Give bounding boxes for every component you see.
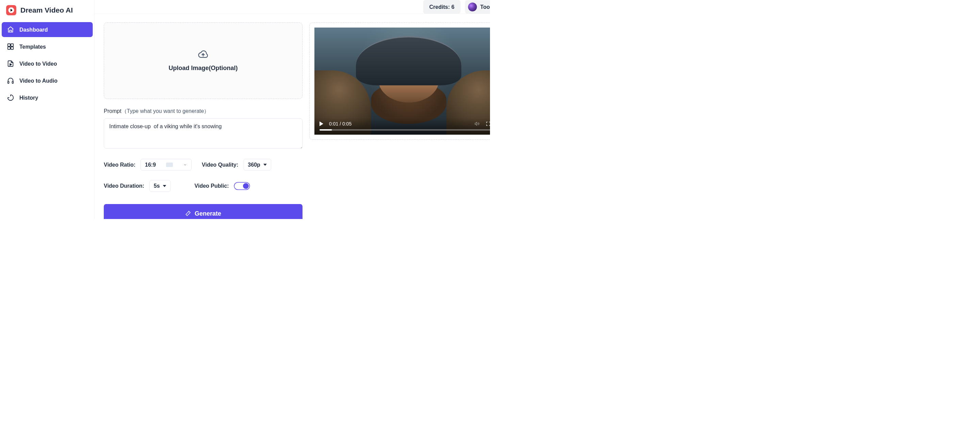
sidebar-item-label: Video to Video (19, 60, 57, 67)
video-file-icon (7, 60, 14, 67)
video-duration-control: Video Duration: 5s (104, 180, 171, 192)
video-player[interactable]: 0:01 / 0:05 (314, 27, 490, 135)
avatar (468, 2, 477, 11)
svg-rect-0 (8, 44, 10, 46)
topbar: Credits: 6 Tool V (95, 0, 490, 14)
public-toggle[interactable] (234, 182, 250, 190)
sidebar: Dream Video AI Dashboard Templates Video… (0, 0, 95, 219)
svg-rect-1 (11, 44, 13, 46)
generate-label: Generate (195, 210, 221, 217)
video-controls: 0:01 / 0:05 (314, 118, 490, 135)
home-icon (7, 26, 14, 33)
ratio-select[interactable]: 16:9 (140, 159, 192, 171)
sidebar-item-history[interactable]: History (2, 90, 93, 105)
svg-rect-2 (8, 47, 10, 49)
cloud-upload-icon (197, 50, 209, 60)
sidebar-item-video-to-audio[interactable]: Video to Audio (2, 73, 93, 88)
svg-rect-4 (8, 81, 9, 83)
headphones-icon (7, 77, 14, 84)
caret-down-icon (163, 185, 166, 187)
quality-label: Video Quality: (202, 162, 238, 168)
app-logo: Dream Video AI (2, 5, 93, 22)
video-quality-control: Video Quality: 360p (202, 159, 271, 171)
video-progress-fill (320, 129, 332, 130)
user-menu[interactable]: Tool V (465, 0, 490, 14)
content: Upload Image(Optional) Prompt（Type what … (95, 14, 490, 219)
generation-form: Upload Image(Optional) Prompt（Type what … (104, 22, 302, 219)
ratio-swatch-icon (166, 163, 173, 167)
upload-label: Upload Image(Optional) (169, 65, 237, 72)
sidebar-item-label: History (19, 95, 38, 101)
upload-dropzone[interactable]: Upload Image(Optional) (104, 22, 302, 99)
credits-badge: Credits: 6 (423, 0, 461, 14)
sidebar-item-label: Video to Audio (19, 78, 57, 84)
history-icon (7, 94, 14, 102)
video-ratio-control: Video Ratio: 16:9 (104, 159, 192, 171)
video-public-control: Video Public: (195, 182, 250, 190)
sidebar-nav: Dashboard Templates Video to Video Video… (2, 22, 93, 105)
prompt-input[interactable] (104, 118, 302, 149)
preview-panel: 0:01 / 0:05 (309, 22, 490, 140)
quality-select[interactable]: 360p (243, 159, 271, 171)
caret-down-icon (263, 163, 267, 166)
magic-wand-icon (185, 211, 191, 217)
quality-value: 360p (248, 162, 260, 168)
sidebar-item-label: Dashboard (19, 27, 48, 33)
duration-label: Video Duration: (104, 183, 144, 189)
fullscreen-icon[interactable] (485, 121, 490, 127)
user-name: Tool V (480, 4, 490, 10)
sidebar-item-templates[interactable]: Templates (2, 39, 93, 54)
volume-icon[interactable] (474, 121, 480, 127)
generate-button[interactable]: Generate (104, 204, 302, 219)
duration-select[interactable]: 5s (150, 180, 171, 192)
svg-rect-3 (11, 47, 13, 49)
sidebar-item-dashboard[interactable]: Dashboard (2, 22, 93, 37)
toggle-knob (243, 183, 249, 189)
play-icon[interactable] (320, 121, 323, 126)
ratio-value: 16:9 (145, 162, 156, 168)
logo-mark-icon (6, 5, 16, 15)
prompt-label: Prompt（Type what you want to generate） (104, 108, 302, 115)
video-time: 0:01 / 0:05 (329, 121, 352, 127)
chevron-down-icon (183, 163, 187, 167)
video-progress[interactable] (320, 129, 490, 130)
app-name: Dream Video AI (21, 6, 73, 14)
duration-value: 5s (154, 183, 160, 189)
ratio-label: Video Ratio: (104, 162, 135, 168)
preview-card: 0:01 / 0:05 (309, 22, 490, 140)
templates-icon (7, 43, 14, 50)
sidebar-item-label: Templates (19, 43, 46, 50)
sidebar-item-video-to-video[interactable]: Video to Video (2, 56, 93, 71)
svg-rect-5 (12, 81, 14, 83)
public-label: Video Public: (195, 183, 229, 189)
